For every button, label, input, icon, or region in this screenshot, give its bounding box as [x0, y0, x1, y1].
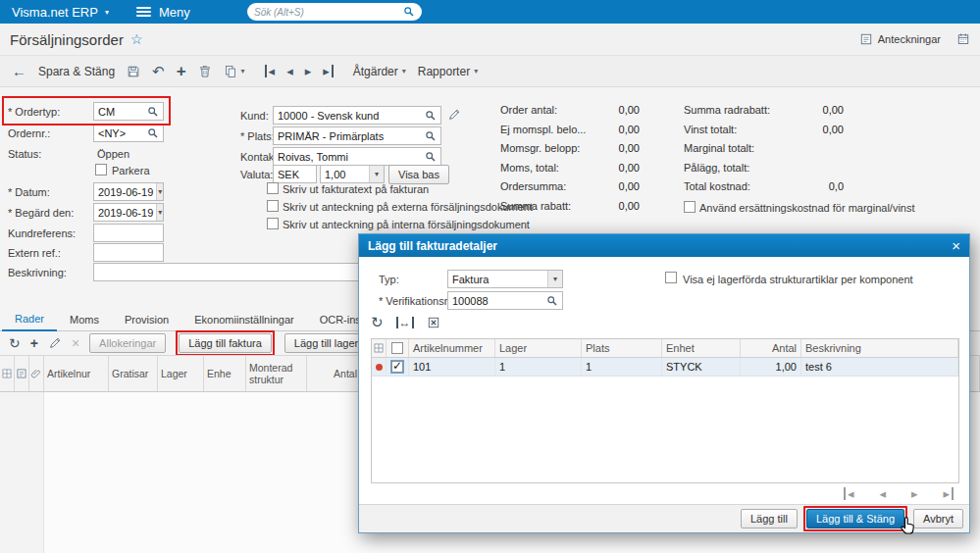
- select-all-checkbox[interactable]: [391, 342, 403, 354]
- print-interna-checkbox[interactable]: [267, 218, 279, 229]
- lagg-till-faktura-button[interactable]: Lägg till faktura: [179, 333, 272, 353]
- print-externa-checkbox[interactable]: [267, 200, 279, 212]
- favorite-star-icon[interactable]: ☆: [130, 32, 143, 46]
- lagg-till-stang-button[interactable]: Lägg till & Stäng: [806, 509, 904, 528]
- dialog-title: Lägg till fakturadetaljer: [368, 239, 497, 253]
- kundreferens-field[interactable]: [93, 224, 164, 242]
- fit-width-icon[interactable]: ↔: [396, 317, 414, 328]
- save-button[interactable]: [127, 65, 140, 78]
- edit-customer-pencil-icon[interactable]: [447, 108, 461, 122]
- valuta-field[interactable]: SEK: [273, 165, 317, 183]
- kund-label: Kund:: [240, 110, 269, 122]
- grid-settings-icon[interactable]: [0, 356, 15, 391]
- column-header[interactable]: Antal: [741, 339, 801, 357]
- go-first-button[interactable]: ◂: [265, 65, 276, 77]
- chevron-down-icon[interactable]: ▾: [369, 166, 384, 182]
- magnifier-icon: [546, 295, 558, 307]
- ordernr-label: Ordernr.:: [8, 127, 50, 139]
- add-row-plus-icon[interactable]: +: [30, 336, 38, 350]
- lagg-till-button[interactable]: Lägg till: [741, 509, 798, 528]
- grid-settings-icon[interactable]: [372, 339, 387, 357]
- datum-field[interactable]: 2019-06-19 ▾: [93, 182, 164, 201]
- copy-paste-button[interactable]: ▾: [224, 65, 245, 78]
- delete-row-icon[interactable]: ×: [72, 336, 79, 350]
- column-header[interactable]: Enhet: [662, 339, 741, 357]
- total-row: Summa rabatt:0,00: [500, 200, 640, 220]
- notes-button[interactable]: Anteckningar: [859, 32, 941, 46]
- column-header[interactable]: Plats: [582, 339, 662, 357]
- chevron-down-icon[interactable]: ▾: [156, 183, 163, 200]
- verifikationsnr-field[interactable]: 100088: [447, 291, 563, 310]
- typ-select[interactable]: Faktura ▾: [447, 270, 563, 288]
- column-header[interactable]: Lager: [495, 339, 582, 357]
- visa-strukturartiklar-checkbox[interactable]: [665, 272, 677, 283]
- tab-rader[interactable]: Rader: [2, 308, 57, 331]
- refresh-icon[interactable]: ↻: [371, 315, 384, 329]
- global-search[interactable]: [247, 3, 422, 21]
- allokeringar-button[interactable]: Allokeringar: [89, 333, 166, 353]
- chevron-down-icon[interactable]: ▾: [156, 204, 163, 221]
- add-invoice-details-dialog: Lägg till fakturadetaljer × Typ: Faktura…: [358, 233, 970, 533]
- ersattningskostnad-checkbox[interactable]: [684, 201, 696, 213]
- total-row: Moms, total:0,00: [500, 162, 640, 181]
- ordertyp-field[interactable]: CM: [93, 102, 164, 121]
- page-title: Försäljningsorder: [10, 31, 124, 48]
- column-header[interactable]: Artikelnummer: [409, 339, 495, 357]
- first-page-icon[interactable]: ◂: [844, 487, 854, 500]
- extern-ref-field[interactable]: [93, 243, 164, 262]
- global-search-input[interactable]: [254, 7, 399, 18]
- column-header[interactable]: Enhe: [204, 356, 246, 391]
- undo-button[interactable]: ↶: [152, 64, 165, 78]
- kund-value: 10000 - Svensk kund: [278, 110, 379, 122]
- go-previous-button[interactable]: ◂: [286, 65, 293, 77]
- back-button[interactable]: ←: [12, 64, 26, 78]
- export-to-excel-icon[interactable]: [427, 316, 440, 329]
- refresh-icon[interactable]: ↻: [9, 336, 21, 350]
- go-next-button[interactable]: ▸: [305, 65, 312, 77]
- plats-field[interactable]: PRIMÄR - Primärplats: [273, 126, 441, 145]
- begard-den-field[interactable]: 2019-06-19 ▾: [93, 203, 164, 222]
- reports-dropdown[interactable]: Rapporter▾: [418, 65, 478, 78]
- column-header[interactable]: Monterad struktur: [246, 356, 307, 391]
- dialog-grid: Artikelnummer Lager Plats Enhet Antal Be…: [371, 338, 959, 483]
- kontakt-field[interactable]: Roivas, Tommi: [273, 147, 441, 166]
- edit-row-pencil-icon[interactable]: [48, 336, 62, 350]
- column-header[interactable]: Lager: [158, 356, 204, 391]
- kund-field[interactable]: 10000 - Svensk kund: [273, 106, 441, 125]
- row-checkbox[interactable]: [391, 361, 403, 373]
- row-selector-cell[interactable]: [372, 358, 387, 376]
- visa-bas-button[interactable]: Visa bas: [388, 165, 449, 184]
- column-header[interactable]: Antal: [307, 356, 361, 391]
- menu-button[interactable]: Meny: [121, 5, 206, 20]
- select-all-cell[interactable]: [387, 339, 409, 357]
- dialog-titlebar: Lägg till fakturadetaljer ×: [359, 234, 969, 257]
- parkera-checkbox[interactable]: [95, 164, 107, 176]
- actions-dropdown[interactable]: Åtgärder▾: [353, 65, 406, 78]
- ordernr-field[interactable]: <NY>: [93, 124, 164, 142]
- chevron-down-icon[interactable]: ▾: [547, 271, 562, 287]
- close-icon[interactable]: ×: [952, 238, 960, 253]
- activities-icon[interactable]: [956, 32, 970, 46]
- last-page-icon[interactable]: ▸: [943, 487, 954, 500]
- column-header[interactable]: Gratisar: [109, 356, 158, 391]
- delete-record-button[interactable]: [198, 65, 212, 78]
- print-fakturatext-checkbox[interactable]: [267, 182, 279, 194]
- kurs-field[interactable]: 1,00 ▾: [320, 165, 385, 183]
- tab-provision[interactable]: Provision: [112, 309, 181, 330]
- add-record-button[interactable]: +: [177, 63, 186, 79]
- column-header[interactable]: Beskrivning: [801, 339, 958, 357]
- tab-moms[interactable]: Moms: [57, 309, 112, 330]
- row-checkbox-cell[interactable]: [387, 358, 409, 376]
- column-header[interactable]: Artikelnur: [44, 356, 109, 391]
- kontakt-value: Roivas, Tommi: [278, 151, 348, 163]
- save-close-button[interactable]: Spara & Stäng: [38, 65, 115, 78]
- app-menu-button[interactable]: Visma.net ERP ▾: [0, 5, 121, 20]
- previous-page-icon[interactable]: ◂: [879, 487, 886, 500]
- avbryt-button[interactable]: Avbryt: [913, 509, 963, 528]
- attachments-column-icon: [29, 356, 44, 391]
- next-page-icon[interactable]: ▸: [911, 487, 918, 500]
- tab-ekonomiinstallningar[interactable]: Ekonomiinställningar: [181, 309, 307, 330]
- actions-label: Åtgärder: [353, 65, 398, 78]
- table-row[interactable]: 101 1 1 STYCK 1,00 test 6: [372, 358, 958, 377]
- go-last-button[interactable]: ▸: [323, 65, 334, 77]
